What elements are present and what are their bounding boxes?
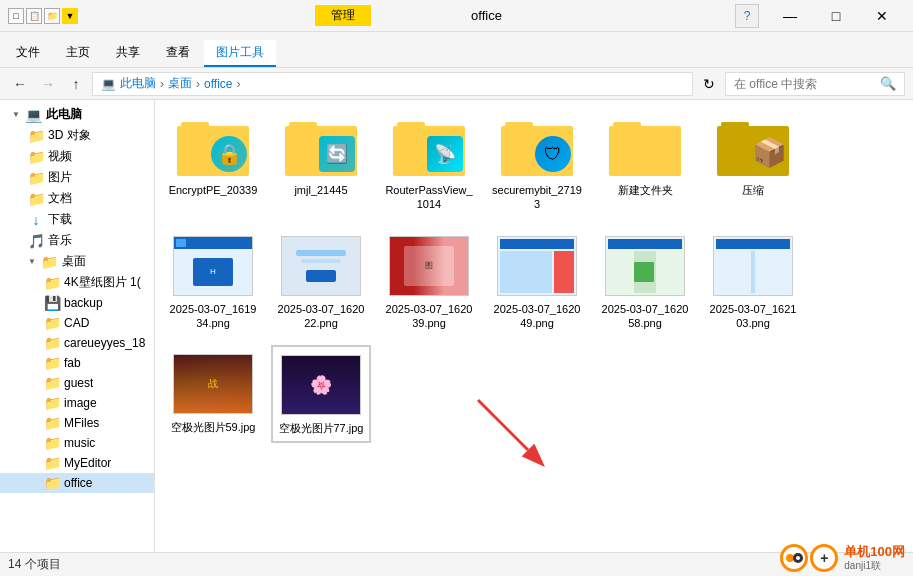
forward-button[interactable]: → (36, 72, 60, 96)
back-button[interactable]: ← (8, 72, 32, 96)
folder-thumb-secure: 🛡 (497, 115, 577, 179)
tab-picture-tools[interactable]: 图片工具 (204, 40, 276, 67)
list-item[interactable]: 新建文件夹 (595, 108, 695, 219)
file-name: 空极光图片59.jpg (171, 420, 256, 434)
pc-icon: 💻 (26, 107, 42, 123)
sidebar-item-cad[interactable]: 📁 CAD (0, 313, 154, 333)
sidebar-item-mfiles[interactable]: 📁 MFiles (0, 413, 154, 433)
folder-office-icon: 📁 (44, 475, 60, 491)
sidebar-item-backup[interactable]: 💾 backup (0, 293, 154, 313)
red-arrow (468, 390, 548, 473)
sidebar-item-3d[interactable]: 📁 3D 对象 (0, 125, 154, 146)
list-item[interactable]: 🌸 空极光图片77.jpg (271, 345, 371, 443)
list-item[interactable]: 2025-03-07_162103.png (703, 227, 803, 338)
crumb-pc[interactable]: 此电脑 (120, 75, 156, 92)
status-bar: 14 个项目 + 单机100网 danji1联 (0, 552, 913, 576)
sidebar-item-fab[interactable]: 📁 fab (0, 353, 154, 373)
tab-share[interactable]: 共享 (104, 40, 152, 67)
search-input[interactable] (734, 77, 876, 91)
win-btn-3[interactable]: 📁 (44, 8, 60, 24)
file-name: RouterPassView_1014 (384, 183, 474, 212)
sidebar-item-myeditor[interactable]: 📁 MyEditor (0, 453, 154, 473)
folder-guest-icon: 📁 (44, 375, 60, 391)
folder-mfiles-icon: 📁 (44, 415, 60, 431)
list-item[interactable]: 2025-03-07_162058.png (595, 227, 695, 338)
list-item[interactable]: 2025-03-07_162022.png (271, 227, 371, 338)
list-item[interactable]: H 2025-03-07_161934.png (163, 227, 263, 338)
help-button[interactable]: ? (735, 4, 759, 28)
folder-docs-icon: 📁 (28, 191, 44, 207)
list-item[interactable]: 📦 压缩 (703, 108, 803, 219)
list-item[interactable]: 2025-03-07_162049.png (487, 227, 587, 338)
tab-view[interactable]: 查看 (154, 40, 202, 67)
file-name: 新建文件夹 (618, 183, 673, 197)
image-thumb-77: 🌸 (281, 353, 361, 417)
sidebar-label-myeditor: MyEditor (64, 456, 111, 470)
sidebar-item-desktop[interactable]: ▼ 📁 桌面 (0, 251, 154, 272)
screenshot-thumb-4 (497, 234, 577, 298)
file-name: 2025-03-07_162022.png (276, 302, 366, 331)
search-bar: 🔍 (725, 72, 905, 96)
ribbon: 文件 主页 共享 查看 图片工具 (0, 32, 913, 68)
win-btn-2[interactable]: 📋 (26, 8, 42, 24)
list-item[interactable]: 🔒 EncryptPE_20339 (163, 108, 263, 219)
folder-video-icon: 📁 (28, 149, 44, 165)
file-name: 2025-03-07_162039.png (384, 302, 474, 331)
sidebar-label-4k: 4K壁纸图片 1( (64, 274, 141, 291)
list-item[interactable]: 战 空极光图片59.jpg (163, 345, 263, 443)
refresh-button[interactable]: ↻ (697, 72, 721, 96)
sidebar-item-video[interactable]: 📁 视频 (0, 146, 154, 167)
sidebar-label-3d: 3D 对象 (48, 127, 91, 144)
close-button[interactable]: ✕ (859, 0, 905, 32)
win-btn-4[interactable]: ▼ (62, 8, 78, 24)
file-name: EncryptPE_20339 (169, 183, 258, 197)
ribbon-tab-manage[interactable]: 管理 (315, 5, 371, 26)
sidebar-item-downloads[interactable]: ↓ 下载 (0, 209, 154, 230)
file-name: 压缩 (742, 183, 764, 197)
sidebar-item-guest[interactable]: 📁 guest (0, 373, 154, 393)
sidebar-item-image[interactable]: 📁 image (0, 393, 154, 413)
file-name: 2025-03-07_162049.png (492, 302, 582, 331)
file-content: 🔒 EncryptPE_20339 🔄 jmjl_21445 (155, 100, 913, 552)
sidebar-item-music2[interactable]: 📁 music (0, 433, 154, 453)
crumb-office[interactable]: office (204, 77, 232, 91)
folder-music-icon: 🎵 (28, 233, 44, 249)
folder-thumb-encrypt: 🔒 (173, 115, 253, 179)
sidebar-label-music: 音乐 (48, 232, 72, 249)
list-item[interactable]: 🔄 jmjl_21445 (271, 108, 371, 219)
tab-home[interactable]: 主页 (54, 40, 102, 67)
sidebar-label-docs: 文档 (48, 190, 72, 207)
backup-icon: 💾 (44, 295, 60, 311)
sidebar-label-guest: guest (64, 376, 93, 390)
sidebar: ▼ 💻 此电脑 📁 3D 对象 📁 视频 📁 图片 📁 文档 ↓ 下载 🎵 音乐 (0, 100, 155, 552)
collapse-arrow-desktop: ▼ (28, 257, 36, 266)
list-item[interactable]: 🛡 securemybit_27193 (487, 108, 587, 219)
file-name: 2025-03-07_161934.png (168, 302, 258, 331)
sidebar-item-music[interactable]: 🎵 音乐 (0, 230, 154, 251)
search-icon[interactable]: 🔍 (880, 76, 896, 91)
collapse-arrow: ▼ (12, 110, 20, 119)
sidebar-item-careeyes[interactable]: 📁 careueyyes_18 (0, 333, 154, 353)
minimize-button[interactable]: — (767, 0, 813, 32)
maximize-button[interactable]: □ (813, 0, 859, 32)
sidebar-label-mfiles: MFiles (64, 416, 99, 430)
tab-file[interactable]: 文件 (4, 40, 52, 67)
up-button[interactable]: ↑ (64, 72, 88, 96)
sidebar-item-pc[interactable]: ▼ 💻 此电脑 (0, 104, 154, 125)
content-wrapper: 🔒 EncryptPE_20339 🔄 jmjl_21445 (163, 108, 905, 443)
main-area: ▼ 💻 此电脑 📁 3D 对象 📁 视频 📁 图片 📁 文档 ↓ 下载 🎵 音乐 (0, 100, 913, 552)
list-item[interactable]: 图 2025-03-07_162039.png (379, 227, 479, 338)
screenshot-thumb-6 (713, 234, 793, 298)
list-item[interactable]: 📡 RouterPassView_1014 (379, 108, 479, 219)
sidebar-label-cad: CAD (64, 316, 89, 330)
sidebar-item-4k[interactable]: 📁 4K壁纸图片 1( (0, 272, 154, 293)
logo-icon: + (780, 544, 838, 572)
title-area: 管理 office (86, 5, 731, 26)
sidebar-label-video: 视频 (48, 148, 72, 165)
sidebar-item-office[interactable]: 📁 office (0, 473, 154, 493)
sidebar-item-docs[interactable]: 📁 文档 (0, 188, 154, 209)
sidebar-item-pictures[interactable]: 📁 图片 (0, 167, 154, 188)
crumb-desktop[interactable]: 桌面 (168, 75, 192, 92)
folder-music2-icon: 📁 (44, 435, 60, 451)
win-btn-1[interactable]: □ (8, 8, 24, 24)
